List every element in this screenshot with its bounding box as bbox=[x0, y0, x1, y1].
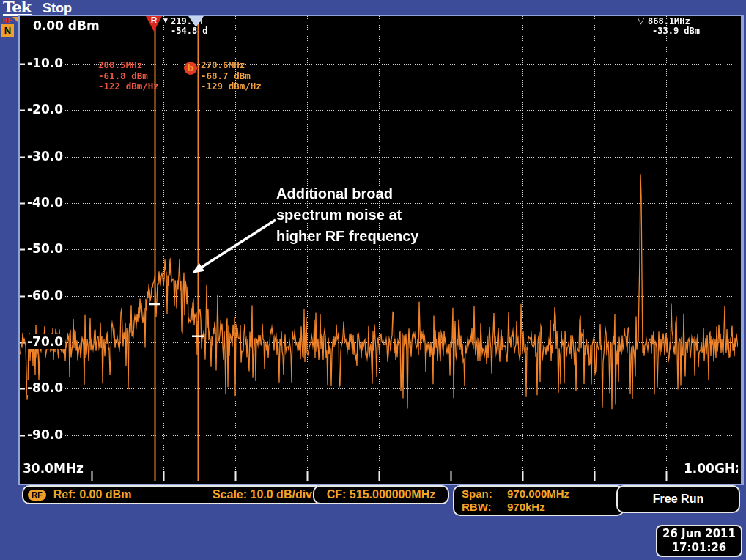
scale-readout: Scale: 10.0 dB/div bbox=[213, 488, 312, 501]
trigger-status-readout[interactable]: Free Run bbox=[616, 485, 740, 513]
marker-b-frequency: 270.6MHz bbox=[201, 60, 262, 71]
annotation-line: spectrum noise at bbox=[276, 205, 418, 226]
oscilloscope-screen: Tek Stop RF N 0.00 dBm -10.0-20.0-30.0-4… bbox=[0, 0, 746, 560]
rbw-value: 970kHz bbox=[507, 501, 545, 514]
span-value: 970.000MHz bbox=[507, 487, 569, 501]
marker-b-readout: 270.6MHz -68.7 dBm -129 dBm/Hz bbox=[201, 60, 262, 92]
reference-level-label: 0.00 dBm bbox=[33, 18, 100, 33]
y-axis-tick-label: -20.0 bbox=[27, 102, 65, 117]
reference-level-readout: Ref: 0.00 dBm bbox=[53, 488, 132, 501]
marker-r-amplitude: -54.8 d bbox=[171, 26, 208, 36]
rf-tab-fold-icon bbox=[12, 17, 18, 22]
marker-b-density: -129 dBm/Hz bbox=[201, 81, 262, 92]
span-label: Span: bbox=[462, 487, 507, 501]
datetime-readout: 26 Jun 2011 17:01:26 bbox=[656, 525, 742, 557]
acquisition-status: Stop bbox=[43, 1, 72, 16]
date-value: 26 Jun 2011 bbox=[662, 527, 736, 541]
stop-frequency-label: 1.00GHz bbox=[684, 461, 738, 476]
marker-a-readout: 208.5MHz -61.8 dBm -122 dBm/Hz bbox=[98, 60, 159, 92]
spectrum-graticule: 0.00 dBm -10.0-20.0-30.0-40.0-50.0-60.0-… bbox=[18, 15, 744, 485]
y-axis-tick-label: -30.0 bbox=[27, 149, 65, 163]
tek-logo: Tek bbox=[3, 0, 32, 16]
peak-marker-amplitude: -33.9 dBm bbox=[652, 26, 700, 36]
y-axis-tick-label: -40.0 bbox=[27, 195, 65, 210]
marker-a-frequency: 208.5MHz bbox=[98, 60, 159, 71]
y-axis-tick-label: -10.0 bbox=[27, 56, 65, 70]
time-value: 17:01:26 bbox=[672, 541, 727, 555]
y-axis-tick-label: -50.0 bbox=[27, 241, 65, 256]
normal-trace-icon[interactable]: N bbox=[1, 24, 14, 37]
y-axis-tick-label: -80.0 bbox=[27, 380, 65, 395]
marker-b-amplitude: -68.7 dBm bbox=[201, 71, 262, 82]
annotation-callout: Additional broad spectrum noise at highe… bbox=[276, 183, 418, 247]
annotation-line: Additional broad bbox=[276, 183, 418, 205]
center-frequency-value: CF: 515.000000MHz bbox=[327, 488, 436, 501]
start-frequency-label: 30.0MHz bbox=[23, 461, 84, 476]
rbw-label: RBW: bbox=[462, 501, 507, 514]
rf-badge: RF bbox=[28, 490, 46, 501]
y-axis-tick-label: -60.0 bbox=[27, 288, 65, 303]
trigger-mode: Free Run bbox=[653, 493, 703, 506]
span-rbw-readout[interactable]: Span: 970.000MHz RBW: 970kHz bbox=[453, 485, 624, 516]
marker-readout-triangle-icon: ▼ bbox=[162, 16, 169, 24]
marker-a-density: -122 dBm/Hz bbox=[98, 81, 159, 92]
marker-b-badge[interactable]: b bbox=[184, 62, 197, 75]
annotation-line: higher RF frequency bbox=[276, 226, 418, 247]
y-axis-tick-label: -90.0 bbox=[27, 427, 65, 442]
rf-reference-scale-readout[interactable]: RF Ref: 0.00 dBm Scale: 10.0 dB/div bbox=[22, 485, 324, 504]
peak-marker-triangle-icon: ▽ bbox=[638, 16, 644, 26]
rf-channel-icon[interactable]: RF bbox=[2, 17, 12, 24]
center-frequency-readout[interactable]: CF: 515.000000MHz bbox=[313, 485, 449, 504]
marker-a-amplitude: -61.8 dBm bbox=[98, 71, 159, 82]
y-axis-tick-label: -70.0 bbox=[27, 334, 65, 349]
